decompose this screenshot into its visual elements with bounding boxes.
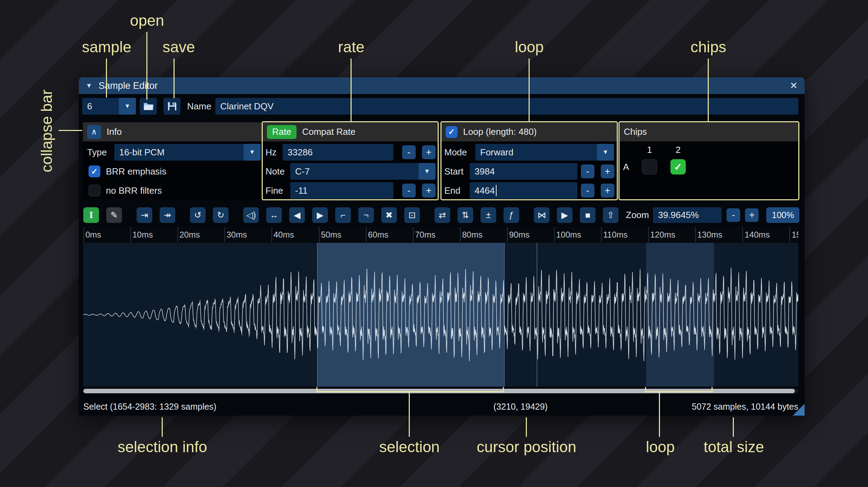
no-brr-filters-label: no BRR filters	[106, 182, 162, 199]
preview-button[interactable]: ▶	[557, 207, 573, 223]
total-size-text: 5072 samples, 10144 bytes	[692, 402, 798, 412]
stop-preview-button[interactable]: ■	[580, 207, 596, 223]
reverse-button[interactable]: ⇄	[435, 207, 450, 223]
fade-out-button[interactable]: ▶	[312, 207, 328, 223]
sample-selector[interactable]: 6 ▼	[82, 98, 136, 115]
sample-dropdown-arrow-icon[interactable]: ▼	[119, 98, 136, 115]
timeline-tick: 130ms	[697, 230, 722, 240]
timeline-tick: 0ms	[85, 230, 101, 240]
annotation-rate: rate	[338, 38, 364, 56]
annotation-selection: selection	[379, 438, 440, 456]
note-row: Note C-7 ▼	[263, 163, 438, 180]
zoom-input[interactable]: 39.9645%	[653, 207, 722, 223]
loop-end-input[interactable]: 4464	[470, 182, 577, 199]
loop-mode-dropdown-arrow-icon[interactable]: ▼	[597, 144, 614, 161]
zoom-reset-button[interactable]: 100%	[766, 207, 799, 223]
chip-column-1-label: 1	[642, 145, 657, 155]
loop-panel: ✓ Loop (length: 480) Mode Forward ▼ Star…	[441, 122, 617, 199]
rate-panel: Rate Compat Rate Hz 33286 - + Note C-7 ▼…	[263, 122, 438, 199]
delete-button[interactable]: ✖	[381, 207, 397, 223]
upload-sample-button[interactable]: ⇧	[603, 207, 619, 223]
create-wavetable-button[interactable]: ⋈	[534, 207, 550, 223]
window-resize-grip[interactable]	[793, 404, 805, 416]
invert-button[interactable]: ⇅	[458, 207, 473, 223]
type-dropdown-arrow-icon[interactable]: ▼	[244, 144, 261, 161]
amplify-button[interactable]: ◁)	[243, 207, 259, 223]
loop-start-row: Start 3984 - +	[441, 163, 617, 180]
save-button[interactable]	[163, 98, 180, 115]
resize-stretch-button[interactable]: ↠	[160, 207, 175, 223]
resize-button[interactable]: ⇥	[137, 207, 152, 223]
waveform-canvas	[83, 243, 798, 387]
timeline-tick: 90ms	[509, 230, 530, 240]
brr-emphasis-label: BRR emphasis	[106, 163, 166, 180]
chip-column-2-label: 2	[670, 145, 686, 155]
cursor-position-text: (3210, 19429)	[493, 402, 548, 412]
waveform-display[interactable]	[83, 243, 798, 387]
collapse-bar-button[interactable]: ∧	[87, 125, 101, 139]
redo-button[interactable]: ↻	[213, 207, 229, 223]
save-floppy-icon	[167, 101, 178, 112]
note-dropdown[interactable]: C-7 ▼	[290, 163, 436, 180]
hz-input[interactable]: 33286	[283, 144, 393, 161]
apply-silence-button[interactable]: ¬	[358, 207, 374, 223]
zoom-out-button[interactable]: -	[727, 208, 740, 222]
loop-end-increase-button[interactable]: +	[601, 184, 614, 198]
zoom-value: 39.9645%	[658, 210, 699, 221]
screenshot: ▼ Sample Editor ✕ 6 ▼ Name Cl	[0, 0, 868, 487]
zoom-in-button[interactable]: +	[745, 208, 759, 222]
chips-panel-header: Chips	[620, 122, 798, 141]
type-dropdown[interactable]: 16-bit PCM ▼	[114, 144, 261, 161]
loop-end-decrease-button[interactable]: -	[581, 184, 594, 198]
fade-in-button[interactable]: ◀	[289, 207, 305, 223]
hz-increase-button[interactable]: +	[422, 145, 436, 159]
sign-button[interactable]: ±	[481, 207, 496, 223]
open-button[interactable]	[140, 98, 157, 115]
no-brr-filters-row: no BRR filters	[83, 182, 262, 199]
chips-column-headers: 1 2	[620, 145, 798, 159]
select-tool-button[interactable]: I	[83, 207, 99, 223]
loop-start-increase-button[interactable]: +	[601, 164, 614, 178]
window-title: Sample Editor	[99, 80, 158, 91]
selection-info-text: Select (1654-2983: 1329 samples)	[83, 402, 216, 412]
note-dropdown-arrow-icon[interactable]: ▼	[418, 163, 436, 180]
insert-silence-button[interactable]: ⌐	[335, 207, 351, 223]
note-label: Note	[266, 163, 285, 180]
chip-a-1-checkbox[interactable]	[642, 159, 657, 175]
loop-start-decrease-button[interactable]: -	[581, 164, 594, 178]
name-label: Name	[187, 98, 211, 115]
waveform-scrollbar[interactable]	[83, 389, 798, 393]
info-panel: ∧ Info Type 16-bit PCM ▼ ✓ BRR emphasis …	[83, 122, 262, 199]
timeline-tick: 10ms	[132, 230, 153, 240]
timeline-tick: 140ms	[745, 230, 770, 240]
fine-decrease-button[interactable]: -	[402, 184, 416, 198]
scrollbar-thumb[interactable]	[83, 389, 795, 393]
timeline-tick: 110ms	[603, 230, 628, 240]
undo-button[interactable]: ↺	[190, 207, 206, 223]
no-brr-filters-checkbox[interactable]	[89, 185, 100, 196]
fine-increase-button[interactable]: +	[422, 184, 436, 198]
info-panel-title: Info	[107, 126, 122, 137]
loop-mode-dropdown[interactable]: Forward ▼	[475, 144, 614, 161]
fine-input[interactable]: -11	[290, 182, 393, 199]
timeline-tick: 120ms	[650, 230, 675, 240]
brr-emphasis-checkbox[interactable]: ✓	[89, 165, 100, 177]
trim-button[interactable]: ⊡	[404, 207, 420, 223]
loop-start-input[interactable]: 3984	[470, 163, 577, 180]
normalize-button[interactable]: ↔	[266, 207, 282, 223]
filter-button[interactable]: ƒ	[504, 207, 519, 223]
rate-tab[interactable]: Rate	[267, 125, 297, 139]
loop-enable-checkbox[interactable]: ✓	[446, 126, 458, 138]
timeline-ruler[interactable]: 0ms 10ms 20ms 30ms 40ms 50ms 60ms 70ms 8…	[83, 227, 798, 242]
window-titlebar: ▼ Sample Editor ✕	[79, 77, 805, 94]
window-collapse-icon[interactable]: ▼	[86, 82, 92, 90]
compat-rate-tab[interactable]: Compat Rate	[302, 126, 355, 137]
loop-end-label: End	[444, 182, 460, 199]
hz-decrease-button[interactable]: -	[402, 145, 416, 159]
draw-tool-button[interactable]: ✎	[106, 207, 122, 223]
chips-row-a: A ✓	[620, 159, 798, 175]
chip-a-2-checkbox[interactable]: ✓	[670, 159, 686, 175]
name-value: Clarinet DQV	[220, 101, 274, 112]
name-input[interactable]: Clarinet DQV	[215, 98, 798, 115]
close-button[interactable]: ✕	[790, 80, 798, 91]
